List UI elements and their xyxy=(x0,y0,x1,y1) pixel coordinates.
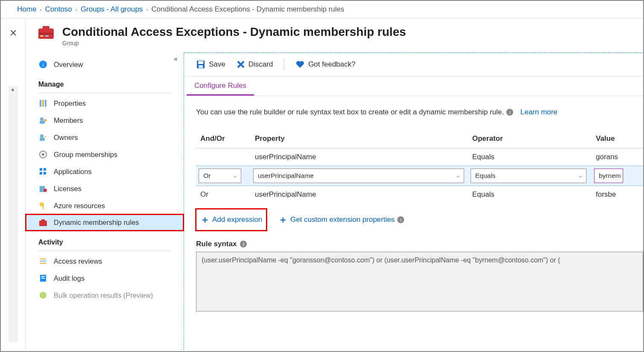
sidebar-item-label: Applications xyxy=(54,168,92,176)
main-panel: Save Discard Got feedback? Co xyxy=(184,52,643,350)
save-icon xyxy=(196,60,205,69)
chevron-down-icon: ⌵ xyxy=(234,173,237,179)
learn-more-link[interactable]: Learn more xyxy=(520,108,557,116)
plus-icon: ＋ xyxy=(200,213,210,226)
sidebar-item-dynamic-membership-rules[interactable]: Dynamic membership rules xyxy=(26,214,184,231)
heart-icon xyxy=(295,60,305,69)
info-icon[interactable]: i xyxy=(240,241,247,247)
info-icon[interactable]: i xyxy=(506,109,513,116)
property-dropdown[interactable]: userPrincipalName ⌵ xyxy=(253,169,464,183)
operator-dropdown[interactable]: Equals ⌵ xyxy=(471,169,586,183)
andor-dropdown[interactable]: Or ⌵ xyxy=(199,169,241,183)
sidebar-item-label: Bulk operation results (Preview) xyxy=(54,291,153,300)
page-header: Conditional Access Exceptions - Dynamic … xyxy=(26,18,643,52)
dropdown-value: Equals xyxy=(475,172,495,180)
tab-row: Configure Rules xyxy=(184,76,643,96)
sidebar-item-label: Dynamic membership rules xyxy=(54,218,139,227)
scroll-up-icon[interactable]: ▲ xyxy=(11,87,15,92)
breadcrumb-groups[interactable]: Groups - All groups xyxy=(81,5,143,14)
save-label: Save xyxy=(209,60,225,69)
sidebar-item-owners[interactable]: Owners xyxy=(26,129,184,146)
svg-rect-36 xyxy=(198,61,203,64)
breadcrumb-current: Conditional Access Exceptions - Dynamic … xyxy=(151,5,344,14)
breadcrumb-home[interactable]: Home xyxy=(17,5,36,14)
rule-syntax-label: Rule syntax i xyxy=(196,240,643,248)
gear-icon xyxy=(38,150,48,159)
sidebar-item-access-reviews[interactable]: Access reviews xyxy=(26,253,184,270)
cell-property: userPrincipalName xyxy=(251,186,468,204)
intro-message: You can use the rule builder or rule syn… xyxy=(196,108,504,116)
get-custom-extension-button[interactable]: ＋ Get custom extension properties i xyxy=(274,209,408,230)
info-icon[interactable]: i xyxy=(397,216,404,223)
bulk-icon xyxy=(38,291,48,300)
chevron-down-icon: ⌵ xyxy=(579,173,582,179)
svg-rect-21 xyxy=(43,172,46,175)
feedback-label: Got feedback? xyxy=(308,60,355,69)
svg-point-17 xyxy=(42,153,44,156)
chevron-right-icon: › xyxy=(40,6,41,13)
sidebar: « i Overview Manage Properties xyxy=(26,52,184,350)
licenses-icon xyxy=(38,184,48,193)
left-gutter: ✕ ▲ xyxy=(1,18,26,350)
key-icon xyxy=(38,201,48,210)
svg-rect-2 xyxy=(39,33,53,34)
sidebar-item-licenses[interactable]: Licenses xyxy=(26,180,184,197)
svg-rect-7 xyxy=(40,100,41,107)
breadcrumb-contoso[interactable]: Contoso xyxy=(45,5,72,14)
sidebar-section-activity: Activity xyxy=(26,231,184,249)
chevron-right-icon: › xyxy=(75,6,77,13)
discard-label: Discard xyxy=(248,60,273,69)
sidebar-item-label: Properties xyxy=(54,99,86,108)
svg-point-34 xyxy=(40,292,46,299)
sidebar-item-label: Group memberships xyxy=(54,151,117,159)
rule-row-selected[interactable]: Or ⌵ userPrincipalName ⌵ xyxy=(196,166,643,186)
cell-andor: Or xyxy=(196,186,251,204)
checklist-icon xyxy=(38,257,48,265)
rule-row[interactable]: userPrincipalName Equals gorans xyxy=(196,148,643,166)
svg-point-13 xyxy=(40,134,43,138)
save-button[interactable]: Save xyxy=(196,60,225,69)
plus-icon: ＋ xyxy=(278,213,288,226)
intro-text: You can use the rule builder or rule syn… xyxy=(196,108,643,116)
sidebar-item-label: Licenses xyxy=(54,185,81,193)
apps-icon xyxy=(38,167,48,176)
cell-operator: Equals xyxy=(468,186,592,204)
sidebar-item-audit-logs[interactable]: Audit logs xyxy=(26,270,184,287)
toolbar-separator xyxy=(284,59,284,70)
cell-operator: Equals xyxy=(468,148,592,166)
svg-rect-19 xyxy=(43,168,46,171)
value-input[interactable]: byrnem xyxy=(594,169,623,183)
col-header-property: Property xyxy=(251,129,468,148)
page-title: Conditional Access Exceptions - Dynamic … xyxy=(62,25,406,39)
close-icon[interactable]: ✕ xyxy=(9,28,17,39)
add-expression-button[interactable]: ＋ Add expression xyxy=(196,209,266,230)
discard-button[interactable]: Discard xyxy=(237,60,273,69)
svg-rect-20 xyxy=(40,172,42,175)
svg-rect-1 xyxy=(43,26,49,29)
sidebar-item-group-memberships[interactable]: Group memberships xyxy=(26,146,184,163)
scrollbar[interactable]: ▲ xyxy=(9,86,18,342)
chevron-right-icon: › xyxy=(146,6,148,13)
sidebar-item-label: Azure resources xyxy=(54,202,105,210)
sidebar-item-members[interactable]: Members xyxy=(26,112,184,129)
svg-point-23 xyxy=(43,189,47,192)
svg-rect-33 xyxy=(41,278,45,279)
rule-builder-table: And/Or Property Operator Value userPrinc… xyxy=(196,129,643,203)
sidebar-item-applications[interactable]: Applications xyxy=(26,163,184,180)
rule-row[interactable]: Or userPrincipalName Equals forsbe xyxy=(196,186,643,204)
sidebar-item-overview[interactable]: i Overview xyxy=(26,56,184,73)
sidebar-item-properties[interactable]: Properties xyxy=(26,95,184,112)
tab-configure-rules[interactable]: Configure Rules xyxy=(187,76,254,96)
feedback-button[interactable]: Got feedback? xyxy=(295,60,355,69)
breadcrumb: Home › Contoso › Groups - All groups › C… xyxy=(1,1,643,18)
sidebar-item-bulk-operation-results[interactable]: Bulk operation results (Preview) xyxy=(26,287,184,304)
rule-syntax-textbox[interactable]: (user.userPrincipalName -eq "goransson@c… xyxy=(196,252,643,311)
svg-point-12 xyxy=(44,119,46,122)
sidebar-item-label: Owners xyxy=(54,134,78,142)
members-icon xyxy=(38,116,48,125)
cell-value: gorans xyxy=(592,148,643,166)
svg-rect-26 xyxy=(39,221,47,226)
collapse-icon[interactable]: « xyxy=(174,55,178,63)
sidebar-item-azure-resources[interactable]: Azure resources xyxy=(26,197,184,214)
svg-rect-8 xyxy=(42,100,44,107)
